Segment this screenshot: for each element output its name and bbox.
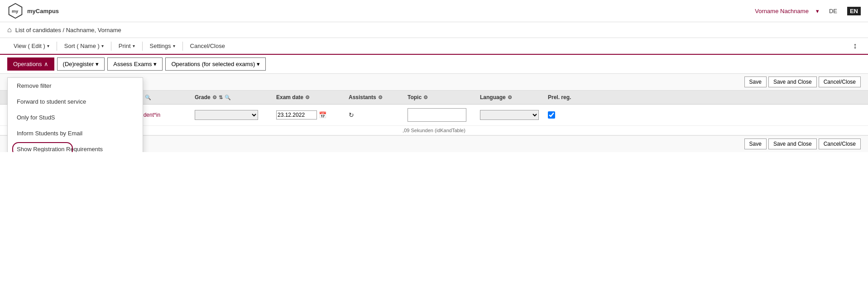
deregister-arrow-icon: ▾ bbox=[96, 61, 99, 67]
print-arrow-icon: ▾ bbox=[133, 43, 135, 48]
row-language-cell bbox=[478, 109, 546, 121]
dropdown-item-inform-email[interactable]: Inform Students by Email bbox=[8, 125, 143, 141]
operations-selected-arrow-icon: ▾ bbox=[257, 61, 260, 67]
deregister-button[interactable]: (De)register ▾ bbox=[57, 57, 105, 71]
row-prelreg-cell bbox=[546, 110, 582, 119]
logo-icon: my bbox=[7, 3, 24, 19]
menu-view-edit[interactable]: View ( Edit ) ▾ bbox=[7, 40, 56, 52]
menu-bar: View ( Edit ) ▾ Sort ( Name ) ▾ Print ▾ … bbox=[0, 38, 868, 55]
svg-text:my: my bbox=[12, 9, 19, 14]
operations-button[interactable]: Operations ∧ bbox=[7, 57, 54, 71]
dropdown-item-remove-filter[interactable]: Remove filter bbox=[8, 78, 143, 94]
th-topic-settings-icon[interactable]: ⚙ bbox=[423, 95, 428, 100]
assess-exams-button[interactable]: Assess Exams ▾ bbox=[107, 57, 163, 71]
assess-exams-arrow-icon: ▾ bbox=[153, 61, 157, 67]
view-edit-arrow-icon: ▾ bbox=[47, 43, 49, 48]
menu-separator-4 bbox=[182, 42, 183, 51]
th-grade-settings-icon[interactable]: ⚙ bbox=[212, 95, 217, 100]
th-grade: Grade ⚙ ⇅ 🔍 bbox=[193, 93, 274, 101]
th-topic: Topic ⚙ bbox=[406, 93, 478, 101]
user-name[interactable]: Vorname Nachname bbox=[755, 8, 809, 14]
sort-icon[interactable]: ↕ bbox=[849, 39, 861, 52]
row-grade-cell: 1 2 3 4 5 bbox=[193, 109, 274, 121]
menu-sort-name[interactable]: Sort ( Name ) ▾ bbox=[58, 40, 110, 52]
dropdown-item-only-studs[interactable]: Only for StudS bbox=[8, 110, 143, 125]
save-close-button-top[interactable]: Save and Close bbox=[768, 76, 817, 87]
menu-separator-2 bbox=[111, 42, 111, 51]
row-examdate-cell: 📅 bbox=[274, 110, 347, 120]
menu-separator-1 bbox=[57, 42, 57, 51]
dropdown-item-forward-student[interactable]: Forward to student service bbox=[8, 94, 143, 110]
sort-arrow-icon: ▾ bbox=[101, 43, 104, 48]
save-close-button-bottom[interactable]: Save and Close bbox=[768, 138, 817, 149]
menu-print[interactable]: Print ▾ bbox=[112, 40, 141, 52]
th-examdate-settings-icon[interactable]: ⚙ bbox=[305, 95, 310, 100]
logo-area: my myCampus bbox=[7, 3, 59, 19]
calendar-icon[interactable]: 📅 bbox=[319, 111, 326, 119]
th-assistants: Assistants ⚙ bbox=[347, 93, 406, 101]
th-examdate: Exam date ⚙ bbox=[274, 93, 347, 101]
save-button-bottom[interactable]: Save bbox=[744, 138, 767, 149]
dropdown-item-show-registration[interactable]: Show Registration Requirements bbox=[8, 141, 143, 152]
row-topic-cell bbox=[406, 107, 478, 123]
settings-arrow-icon: ▾ bbox=[173, 43, 175, 48]
lang-en-button[interactable]: EN bbox=[847, 7, 861, 15]
cancel-close-button-bottom[interactable]: Cancel/Close bbox=[819, 138, 861, 149]
th-grade-search-icon[interactable]: 🔍 bbox=[225, 95, 231, 100]
menu-cancel-close[interactable]: Cancel/Close bbox=[184, 40, 231, 52]
menu-separator-3 bbox=[142, 42, 143, 51]
prelreg-checkbox[interactable] bbox=[548, 111, 555, 119]
save-button-top[interactable]: Save bbox=[744, 76, 767, 87]
breadcrumb: ⌂ List of candidates / Nachname, Vorname bbox=[0, 22, 868, 38]
th-prelreg: Prel. reg. bbox=[546, 93, 582, 101]
operations-selected-button[interactable]: Operations (for selected exams) ▾ bbox=[165, 57, 266, 71]
operations-arrow-icon: ∧ bbox=[44, 61, 48, 67]
menu-right-area: ↕ bbox=[849, 41, 861, 51]
topic-textarea[interactable] bbox=[408, 108, 466, 122]
home-icon[interactable]: ⌂ bbox=[7, 26, 12, 34]
th-language-settings-icon[interactable]: ⚙ bbox=[508, 95, 512, 100]
toolbar-row: Operations ∧ Remove filter Forward to st… bbox=[0, 55, 868, 74]
refresh-icon[interactable]: ↻ bbox=[349, 111, 354, 119]
top-right: Vorname Nachname ▾ DE EN bbox=[755, 7, 861, 15]
th-name-search-icon[interactable]: 🔍 bbox=[145, 95, 151, 100]
th-grade-sort-icon[interactable]: ⇅ bbox=[219, 95, 223, 100]
lang-de-button[interactable]: DE bbox=[826, 7, 840, 15]
cancel-close-button-top[interactable]: Cancel/Close bbox=[819, 76, 861, 87]
th-assistants-settings-icon[interactable]: ⚙ bbox=[378, 95, 383, 100]
operations-dropdown: Remove filter Forward to student service… bbox=[7, 77, 143, 152]
logo-text: myCampus bbox=[27, 8, 59, 14]
operations-dropdown-container: Operations ∧ Remove filter Forward to st… bbox=[7, 57, 54, 71]
grade-select[interactable]: 1 2 3 4 5 bbox=[195, 110, 258, 120]
user-dropdown-icon[interactable]: ▾ bbox=[816, 8, 819, 14]
breadcrumb-path: List of candidates / Nachname, Vorname bbox=[15, 27, 121, 33]
language-select[interactable] bbox=[480, 110, 539, 120]
exam-date-input[interactable] bbox=[276, 110, 317, 119]
menu-settings[interactable]: Settings ▾ bbox=[144, 40, 182, 52]
timing-text: ,09 Sekunden (idKandTable) bbox=[403, 128, 465, 133]
row-assistants-cell: ↻ bbox=[347, 110, 406, 119]
top-bar: my myCampus Vorname Nachname ▾ DE EN bbox=[0, 0, 868, 22]
th-language: Language ⚙ bbox=[478, 93, 546, 101]
